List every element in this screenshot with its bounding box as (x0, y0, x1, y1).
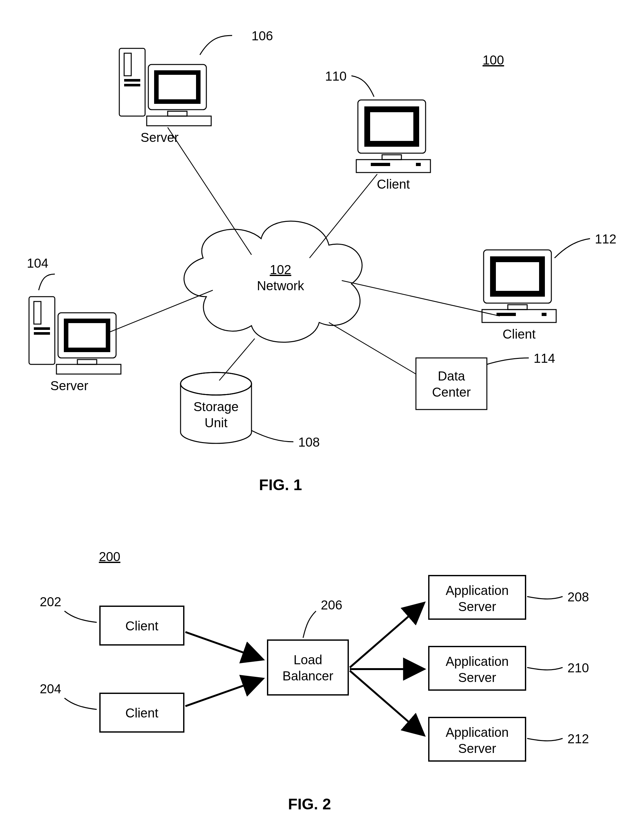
lb-ref: 206 (321, 598, 342, 612)
app1-label1: Application (446, 583, 509, 597)
svg-rect-2 (124, 79, 140, 82)
client-110: Client 110 (325, 69, 430, 191)
server-106: Server 106 (119, 29, 273, 144)
app-server-212: Application Server 212 (429, 717, 589, 761)
link-server2 (168, 127, 251, 255)
figure-1: 102 Network 100 Server 106 (27, 29, 616, 493)
client-204: Client 204 (40, 682, 184, 732)
svg-rect-6 (158, 75, 196, 99)
svg-rect-8 (147, 116, 211, 126)
server-104-label: Server (50, 379, 88, 393)
svg-rect-37 (267, 640, 348, 695)
svg-rect-30 (496, 313, 516, 316)
svg-rect-3 (124, 84, 140, 86)
arrow-client204-lb (186, 679, 263, 706)
load-balancer: Load Balancer 206 (267, 598, 348, 695)
client-202-ref: 202 (40, 595, 61, 609)
datacenter-ref: 114 (534, 351, 555, 365)
svg-rect-28 (508, 305, 527, 310)
svg-rect-23 (371, 163, 390, 166)
lb-label1: Load (294, 653, 322, 667)
arrow-lb-app1 (350, 603, 424, 667)
svg-rect-15 (68, 323, 106, 347)
svg-rect-17 (56, 364, 121, 374)
network-ref: 102 (270, 262, 291, 277)
app3-ref: 212 (568, 732, 589, 746)
svg-rect-27 (496, 262, 539, 291)
client-112: Client 112 (482, 232, 616, 341)
svg-rect-1 (124, 53, 131, 76)
fig2-id: 200 (99, 549, 121, 564)
svg-rect-32 (416, 358, 487, 410)
storage-label1: Storage (194, 400, 238, 414)
network-cloud: 102 Network (184, 221, 362, 342)
link-client2 (342, 280, 500, 316)
fig1-id: 100 (483, 53, 504, 67)
lb-label2: Balancer (282, 669, 333, 683)
svg-rect-7 (168, 111, 187, 116)
app1-label2: Server (458, 600, 496, 614)
app1-ref: 208 (568, 590, 589, 604)
svg-rect-12 (34, 332, 50, 335)
svg-rect-16 (77, 360, 97, 364)
data-center: Data Center 114 (416, 351, 555, 410)
fig1-title: FIG. 1 (259, 476, 302, 493)
app-server-208: Application Server 208 (429, 576, 589, 619)
network-label: Network (257, 278, 305, 293)
svg-rect-0 (119, 48, 145, 116)
arrow-lb-app3 (350, 671, 424, 735)
svg-rect-9 (29, 297, 55, 364)
client-202: Client 202 (40, 595, 184, 645)
figure-2: 200 Client 202 Client 204 Load Balancer … (40, 549, 589, 813)
app3-label1: Application (446, 725, 509, 739)
client-204-label: Client (125, 706, 158, 720)
app2-label1: Application (446, 654, 509, 669)
fig2-title: FIG. 2 (288, 795, 331, 813)
link-server1 (93, 290, 213, 339)
server-106-label: Server (141, 130, 179, 144)
datacenter-label1: Data (438, 369, 465, 383)
storage-label2: Unit (205, 416, 227, 430)
app3-label2: Server (458, 741, 496, 755)
app2-label2: Server (458, 670, 496, 685)
svg-rect-31 (542, 313, 547, 316)
client-112-ref: 112 (595, 232, 616, 246)
client-110-ref: 110 (325, 69, 347, 83)
storage-ref: 108 (298, 435, 320, 449)
svg-rect-20 (370, 112, 413, 141)
storage-unit: Storage Unit 108 (181, 373, 320, 449)
svg-rect-24 (416, 163, 421, 166)
svg-rect-21 (382, 155, 402, 160)
svg-rect-11 (34, 327, 50, 330)
datacenter-label2: Center (432, 385, 471, 399)
svg-point-34 (181, 373, 251, 395)
server-104: Server 104 (27, 256, 121, 393)
link-client1 (309, 174, 377, 258)
server-104-ref: 104 (27, 256, 48, 270)
client-204-ref: 204 (40, 682, 61, 696)
app-server-210: Application Server 210 (429, 646, 589, 690)
client-112-label: Client (502, 327, 536, 341)
client-202-label: Client (125, 619, 158, 633)
link-datacenter (329, 322, 416, 374)
server-106-ref: 106 (251, 29, 273, 43)
client-110-label: Client (377, 177, 410, 191)
app2-ref: 210 (568, 661, 589, 675)
svg-rect-10 (34, 301, 41, 324)
arrow-client202-lb (186, 632, 263, 659)
